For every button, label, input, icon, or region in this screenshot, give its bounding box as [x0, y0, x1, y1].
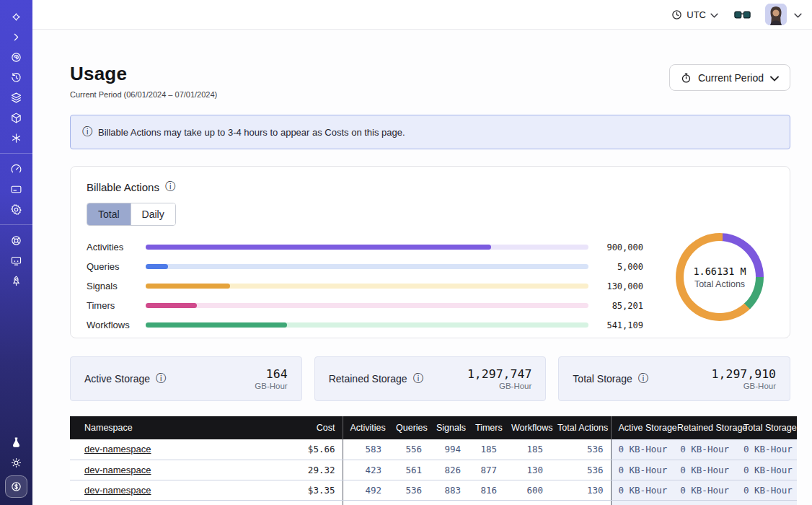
table-row: dev-namespace $3.35 492 536 883 816 600 … — [70, 480, 797, 500]
billable-actions-title: Billable Actions ⓘ — [87, 180, 774, 193]
namespaces-icon[interactable] — [0, 47, 32, 67]
col-cost[interactable]: Cost — [279, 416, 343, 439]
sidebar — [0, 0, 32, 505]
billing-card-icon[interactable] — [0, 179, 32, 199]
activities-cell — [343, 500, 389, 505]
signals-cell — [429, 500, 468, 505]
bar-track — [146, 245, 588, 250]
total-storage-cell: 0 KB-Hour — [736, 439, 797, 460]
bar-fill — [146, 245, 491, 250]
lifebuoy-icon[interactable] — [0, 230, 32, 250]
dollar-coin-icon[interactable] — [5, 475, 27, 498]
sun-icon[interactable] — [0, 452, 32, 473]
signals-cell: 883 — [429, 480, 468, 500]
bar-value: 5,000 — [599, 262, 643, 272]
namespace-link[interactable]: dev-namespace — [84, 485, 151, 496]
donut-center: 1.66131 M Total Actions — [684, 241, 756, 313]
bar-label: Signals — [87, 281, 137, 291]
flask-icon[interactable] — [0, 432, 32, 452]
page-title: Usage — [70, 63, 217, 85]
total-actions-cell — [550, 500, 611, 505]
info-icon[interactable]: ⓘ — [156, 372, 166, 385]
info-icon[interactable]: ⓘ — [165, 180, 175, 193]
stopwatch-icon — [681, 72, 692, 84]
cost-cell: $5.66 — [279, 439, 343, 460]
signals-cell: 994 — [429, 439, 468, 460]
bar-value: 130,000 — [599, 281, 643, 291]
total-storage-cell: 0 KB-Hour — [736, 480, 797, 500]
total-storage-cell — [736, 500, 797, 505]
bar-row-queries: Queries 5,000 — [87, 257, 643, 276]
tab-total[interactable]: Total — [87, 203, 131, 225]
bar-track — [146, 303, 588, 308]
active-storage-unit: GB-Hour — [255, 382, 287, 390]
donut-center-value: 1.66131 M — [693, 265, 746, 277]
col-signals[interactable]: Signals — [429, 416, 468, 439]
bar-fill — [146, 264, 168, 269]
col-timers[interactable]: Timers — [468, 416, 504, 439]
col-total-storage[interactable]: Total Storage — [736, 416, 797, 439]
asterisk-icon[interactable] — [0, 128, 32, 148]
info-icon: ⓘ — [82, 126, 92, 139]
col-activities[interactable]: Activities — [343, 416, 389, 439]
gear-icon[interactable] — [0, 199, 32, 219]
sidebar-divider — [0, 153, 32, 154]
timezone-selector[interactable]: UTC — [671, 9, 718, 20]
timezone-label: UTC — [687, 9, 706, 20]
total-daily-tabs: Total Daily — [87, 203, 176, 226]
activities-cell: 492 — [343, 480, 389, 500]
page-subtitle: Current Period (06/01/2024 – 07/01/2024) — [70, 90, 217, 99]
bar-value: 900,000 — [599, 242, 643, 252]
workflows-cell: 600 — [504, 480, 550, 500]
queries-cell — [389, 500, 429, 505]
timers-cell: 185 — [468, 439, 504, 460]
activities-cell: 583 — [343, 439, 389, 460]
col-namespace[interactable]: Namespace — [70, 416, 279, 439]
cube-icon[interactable] — [0, 107, 32, 128]
layers-icon[interactable] — [0, 87, 32, 107]
workflows-cell: 130 — [504, 460, 550, 480]
info-icon[interactable]: ⓘ — [413, 372, 423, 385]
bar-fill — [146, 303, 197, 308]
table-row-partial: dev-namespace — [70, 500, 797, 505]
col-queries[interactable]: Queries — [389, 416, 429, 439]
clock-icon — [671, 9, 682, 20]
namespace-link[interactable]: dev-namespace — [84, 444, 151, 454]
bar-row-timers: Timers 85,201 — [87, 296, 643, 315]
chevron-down-icon — [710, 9, 718, 20]
period-selector-button[interactable]: Current Period — [669, 64, 790, 91]
queries-cell: 536 — [389, 480, 429, 500]
workflows-cell: 185 — [504, 439, 550, 460]
main-content: Usage Current Period (06/01/2024 – 07/01… — [32, 30, 812, 505]
active-storage-value: 164 — [255, 367, 287, 381]
avatar[interactable] — [765, 4, 787, 25]
history-icon[interactable] — [0, 67, 32, 87]
tab-daily[interactable]: Daily — [131, 203, 175, 225]
col-workflows[interactable]: Workflows — [504, 416, 550, 439]
retained-storage-cell: 0 KB-Hour — [670, 460, 736, 480]
glasses-icon[interactable] — [734, 10, 751, 19]
col-active-storage[interactable]: Active Storage — [611, 416, 670, 439]
rocket-icon[interactable] — [0, 271, 32, 291]
bar-track — [146, 284, 588, 289]
temporal-logo-icon[interactable] — [0, 6, 32, 27]
active-storage-card: Active Storage ⓘ 164 GB-Hour — [70, 356, 302, 401]
chevron-down-icon[interactable] — [794, 8, 802, 21]
info-icon[interactable]: ⓘ — [638, 372, 648, 385]
retained-storage-cell: 0 KB-Hour — [670, 480, 736, 500]
namespace-link[interactable]: dev-namespace — [84, 465, 151, 475]
col-total-actions[interactable]: Total Actions — [550, 416, 611, 439]
feedback-monitor-icon[interactable] — [0, 250, 32, 271]
page-header: Usage Current Period (06/01/2024 – 07/01… — [70, 63, 790, 99]
total-storage-cell: 0 KB-Hour — [736, 460, 797, 480]
namespace-usage-table: Namespace Cost Activities Queries Signal… — [70, 416, 790, 505]
retained-storage-cell: 0 KB-Hour — [670, 439, 736, 460]
cost-cell: $3.35 — [279, 480, 343, 500]
chevron-right-icon[interactable] — [0, 27, 32, 47]
col-retained-storage[interactable]: Retained Storage — [670, 416, 736, 439]
bar-track — [146, 264, 588, 269]
total-actions-cell: 130 — [550, 480, 611, 500]
total-actions-donut: 1.66131 M Total Actions — [676, 233, 764, 321]
gauge-icon[interactable] — [0, 159, 32, 179]
bar-value: 541,109 — [599, 320, 643, 330]
